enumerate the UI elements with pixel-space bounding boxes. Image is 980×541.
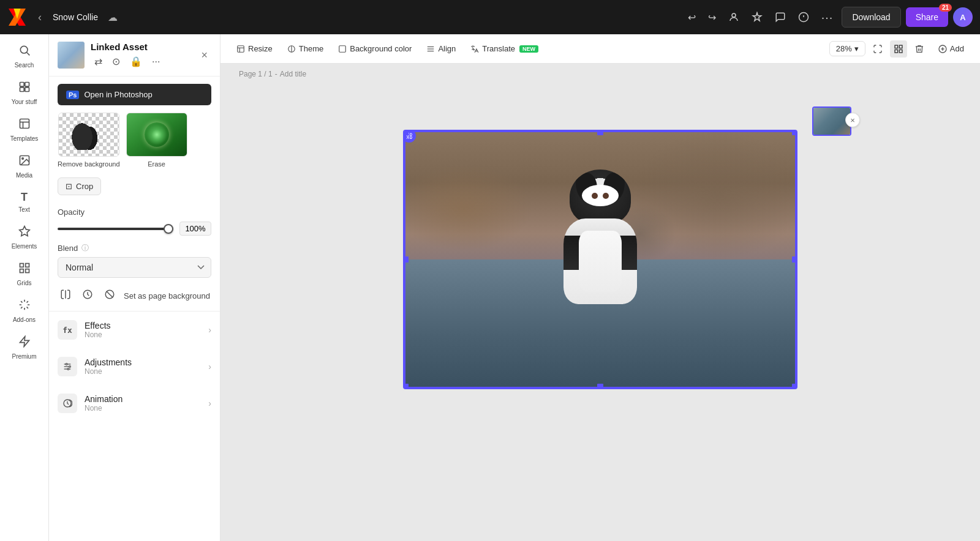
page-info: Page 1 / 1 [239, 70, 273, 78]
cloud-sync-icon: ☁ [108, 12, 118, 23]
align-label: Align [438, 44, 456, 53]
avatar[interactable]: A [953, 7, 973, 27]
erase-preview [127, 113, 187, 156]
opacity-slider[interactable] [58, 228, 173, 230]
flip-icon-btn[interactable] [58, 288, 74, 304]
zoom-value: 28% [836, 44, 852, 53]
back-button[interactable]: ‹ [34, 9, 45, 26]
document-title: Snow Collie [53, 12, 98, 22]
open-in-photoshop-button[interactable]: Ps Open in Photoshop [58, 84, 211, 105]
sidebar-item-grids[interactable]: Grids [2, 257, 47, 291]
sidebar-item-label: Templates [10, 135, 39, 142]
sidebar-item-templates[interactable]: Templates [2, 113, 47, 147]
sidebar-item-media[interactable]: Media [2, 149, 47, 184]
erase-card[interactable]: Erase [126, 113, 187, 168]
canvas-image[interactable]: ⛓ [404, 131, 796, 388]
animation-icon [58, 394, 77, 413]
copy-icon-btn[interactable]: ⊙ [111, 54, 121, 69]
panel-close-button[interactable]: × [197, 48, 211, 63]
photoshop-label: Open in Photoshop [84, 90, 152, 99]
background-color-button[interactable]: Background color [332, 40, 418, 57]
svg-rect-13 [20, 119, 29, 129]
svg-marker-23 [20, 337, 29, 347]
blend-select[interactable]: Normal Multiply Screen Overlay Darken Li… [58, 257, 211, 278]
svg-marker-18 [19, 226, 29, 236]
share-badge: 21 [939, 4, 952, 12]
erase-label: Erase [148, 160, 165, 168]
svg-rect-48 [899, 45, 902, 48]
thumbnail-close-button[interactable]: × [845, 113, 860, 127]
delete-button[interactable] [911, 40, 928, 58]
undo-button[interactable]: ↩ [684, 8, 699, 27]
dog-photo [404, 131, 796, 388]
adjustments-icon [58, 357, 77, 376]
grid-view-button[interactable] [890, 40, 907, 58]
blend-section: Blend ⓘ Normal Multiply Screen Overlay D… [49, 241, 220, 285]
opacity-value: 100% [179, 222, 211, 236]
sidebar-item-label: Text [18, 206, 29, 213]
fx-section: fx Effects None › Adjustments None › [49, 311, 220, 422]
share-button[interactable]: Share 21 [906, 7, 948, 27]
blend-info-icon[interactable]: ⓘ [81, 243, 89, 253]
sidebar-item-label: Media [16, 172, 32, 179]
svg-point-17 [21, 158, 23, 160]
effects-row[interactable]: fx Effects None › [49, 312, 220, 348]
search-icon [18, 44, 31, 59]
crop-button[interactable]: ⊡ Crop [58, 177, 101, 195]
more-options-button[interactable]: ··· [818, 7, 837, 28]
fit-page-button[interactable] [869, 40, 886, 58]
pin-button[interactable] [748, 8, 766, 26]
sidebar-item-label: Add-ons [13, 316, 36, 323]
adjustments-row[interactable]: Adjustments None › [49, 348, 220, 385]
comment-button[interactable] [771, 8, 790, 26]
effects-arrow-icon: › [208, 325, 211, 335]
theme-button[interactable]: Theme [281, 40, 330, 57]
svg-point-7 [20, 46, 28, 53]
opacity-row: 100% [58, 222, 211, 236]
adobe-logo [7, 7, 27, 27]
svg-rect-11 [20, 88, 24, 92]
animation-label: Animation [85, 394, 201, 404]
animation-sub: None [85, 404, 201, 412]
clock-icon-btn[interactable] [80, 288, 96, 304]
image-actions: Remove background Erase [49, 113, 220, 175]
adjustments-sub: None [85, 367, 201, 376]
profile-button[interactable] [725, 8, 743, 26]
svg-rect-50 [899, 50, 902, 53]
page-label: Page 1 / 1 - Add title [239, 70, 306, 78]
align-button[interactable]: Align [420, 40, 462, 57]
sidebar-item-your-stuff[interactable]: Your stuff [2, 76, 47, 110]
animation-row[interactable]: Animation None › [49, 385, 220, 422]
effects-sub: None [85, 330, 201, 339]
sidebar-item-text[interactable]: T Text [2, 186, 47, 218]
selected-image-wrapper: ⛓ [404, 131, 796, 388]
lock-icon-btn[interactable]: 🔒 [129, 54, 143, 69]
add-button[interactable]: Add [932, 41, 970, 57]
svg-rect-37 [238, 45, 244, 52]
remove-background-card[interactable]: Remove background [58, 113, 120, 168]
thumbnail-wrapper: × [812, 106, 851, 136]
translate-label: Translate [482, 44, 515, 53]
more-panel-btn[interactable]: ··· [151, 54, 161, 69]
svg-point-3 [732, 13, 736, 17]
blend-label: Blend [58, 244, 78, 253]
sidebar-item-elements[interactable]: Elements [2, 220, 47, 255]
add-title-link[interactable]: Add title [280, 70, 306, 78]
media-icon [18, 154, 31, 170]
resize-button[interactable]: Resize [230, 40, 279, 57]
effects-label: Effects [85, 321, 201, 330]
translate-button[interactable]: Translate NEW [464, 40, 545, 57]
header-actions: ↩ ↪ ··· Download Share 21 A [684, 7, 973, 28]
adjustments-label: Adjustments [85, 357, 201, 367]
no-icon-btn[interactable] [102, 288, 118, 304]
zoom-control[interactable]: 28% ▾ [829, 41, 865, 56]
sidebar-item-search[interactable]: Search [2, 39, 47, 73]
sidebar-nav: Search Your stuff Templates Media T Text [0, 34, 49, 541]
link-icon-btn[interactable]: ⇄ [93, 54, 104, 69]
comment2-button[interactable] [794, 8, 813, 26]
sidebar-item-addons[interactable]: Add-ons [2, 294, 47, 328]
download-button[interactable]: Download [842, 7, 900, 28]
svg-rect-22 [25, 269, 29, 273]
sidebar-item-premium[interactable]: Premium [2, 330, 47, 365]
redo-button[interactable]: ↪ [704, 8, 720, 27]
